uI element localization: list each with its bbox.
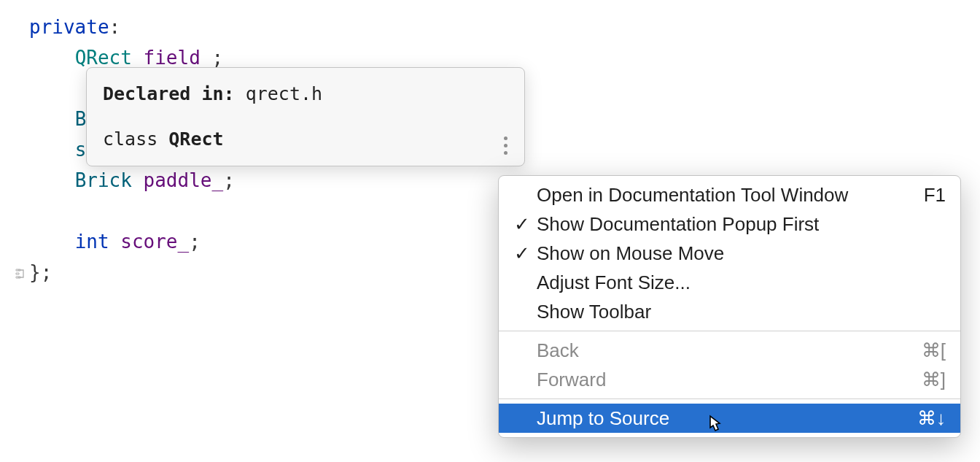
code-type-brick: Brick	[75, 169, 132, 191]
code-brace-end: };	[29, 261, 52, 283]
menu-item-label: Back	[537, 339, 922, 362]
menu-item-show-on-mouse-move[interactable]: ✓Show on Mouse Move	[499, 239, 960, 268]
menu-item-label: Show on Mouse Move	[537, 242, 946, 265]
class-end-gutter-icon	[15, 268, 26, 280]
code-member-score: score_	[120, 231, 189, 253]
menu-item-label: Open in Documentation Tool Window	[537, 183, 924, 207]
documentation-context-menu: Open in Documentation Tool WindowF1✓Show…	[498, 175, 961, 438]
menu-item-shortcut: F1	[924, 183, 946, 207]
doc-popup-menu-button[interactable]	[497, 134, 514, 157]
menu-item-show-toolbar[interactable]: Show Toolbar	[499, 297, 960, 326]
menu-check-icon: ✓	[508, 242, 537, 265]
editor-gutter	[0, 0, 13, 462]
doc-declared-in: Declared in: qrect.h	[103, 81, 508, 107]
code-fragment-s: s	[75, 139, 87, 161]
menu-item-label: Jump to Source	[537, 407, 917, 430]
menu-item-adjust-font-size[interactable]: Adjust Font Size...	[499, 268, 960, 297]
menu-item-jump-to-source[interactable]: Jump to Source⌘↓	[499, 404, 960, 433]
menu-item-open-in-documentation-tool-window[interactable]: Open in Documentation Tool WindowF1	[499, 180, 960, 209]
menu-separator	[499, 399, 960, 399]
code-member-field: field_	[144, 47, 212, 69]
doc-class-signature: class QRect	[103, 126, 508, 153]
menu-item-forward: Forward⌘]	[499, 365, 960, 394]
menu-item-back: Back⌘[	[499, 336, 960, 365]
code-member-paddle: paddle_	[144, 169, 224, 191]
code-punct: :	[109, 16, 121, 38]
code-keyword-private: private	[29, 16, 109, 38]
code-keyword-int: int	[75, 231, 109, 253]
menu-item-shortcut: ⌘↓	[917, 407, 946, 430]
menu-item-show-documentation-popup-first[interactable]: ✓Show Documentation Popup First	[499, 209, 960, 239]
menu-item-shortcut: ⌘[	[922, 339, 946, 362]
menu-item-label: Adjust Font Size...	[537, 271, 946, 294]
menu-check-icon: ✓	[508, 212, 537, 236]
menu-separator	[499, 331, 960, 331]
menu-item-label: Show Toolbar	[537, 300, 946, 323]
menu-item-label: Show Documentation Popup First	[537, 212, 946, 236]
code-fragment-b: B	[75, 108, 87, 130]
code-type-qrect: QRect	[75, 47, 132, 69]
menu-item-shortcut: ⌘]	[922, 368, 946, 391]
menu-item-label: Forward	[537, 368, 922, 391]
documentation-popup: Declared in: qrect.h class QRect	[86, 67, 525, 166]
